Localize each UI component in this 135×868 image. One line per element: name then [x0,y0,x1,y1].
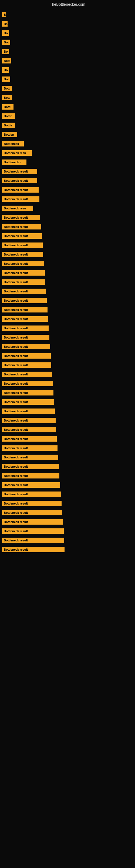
list-item: Bottleneck result [0,195,135,204]
label-badge: Bo [2,67,9,73]
label-badge: Bottleneck result [2,538,64,543]
label-badge: Bottleneck result [2,436,57,442]
label-badge: B [2,12,6,18]
label-badge: Bottleneck result [2,344,50,349]
list-item: Bo [0,66,135,74]
list-item: Bottleneck result [0,176,135,185]
list-item: Bottleneck result [0,361,135,369]
list-item: Bottleneck r [0,158,135,166]
label-badge: Bottleneck result [2,510,62,516]
label-badge: Bottleneck result [2,279,45,285]
label-badge: Bottleneck result [2,372,52,377]
label-badge: Bottleneck result [2,353,51,359]
label-badge: Bottleneck result [2,224,41,229]
list-item: Bottleneck result [0,398,135,406]
list-item: Bottleneck result [0,518,135,526]
list-item: Bottle [0,121,135,130]
label-badge: Bottleneck result [2,326,49,331]
label-badge: Bott [2,86,12,91]
list-item: Bottleneck result [0,389,135,397]
label-badge: Bottleneck result [2,270,45,276]
list-item: Bottleneck result [0,453,135,462]
label-badge: Bottleneck result [2,399,54,405]
list-item: Bottleneck result [0,351,135,360]
label-badge: Bottleneck result [2,196,39,202]
list-item: Bottleneck result [0,462,135,471]
label-badge: Bott [2,95,12,100]
list-item: Bottleneck result [0,379,135,388]
label-badge: Bottleneck result [2,418,56,423]
label-badge: Bottleneck result [2,233,42,239]
list-item: Bottleneck resu [0,204,135,213]
list-item: B4 [0,20,135,28]
label-badge: Bottleneck resu [2,206,33,211]
list-item: Bottleneck result [0,435,135,443]
label-badge: Bottleneck result [2,289,46,294]
list-item: Bottleneck result [0,416,135,425]
list-item: Bottleneck result [0,342,135,351]
list-item: Bottleneck result [0,499,135,508]
list-item: B [0,10,135,19]
label-badge: Bottleneck result [2,464,59,469]
label-badge: Bottleneck result [2,473,59,478]
list-item: Bottleneck result [0,231,135,240]
label-badge: Bottleneck result [2,362,51,368]
label-badge: Bottleneck result [2,307,48,312]
list-item: Bottleneck result [0,287,135,296]
list-item: Bottleneck result [0,278,135,286]
list-item: Bottleneck result [0,186,135,194]
label-badge: Bottleneck result [2,298,47,303]
list-item: Bottleneck result [0,480,135,489]
list-item: Bottleneck result [0,250,135,259]
list-item: Bottleneck result [0,259,135,268]
label-badge: Bo [2,30,9,36]
label-badge: Bottleneck result [2,501,61,506]
label-badge: Bottlen [2,132,17,137]
list-item: Bottleneck result [0,333,135,342]
label-badge: Bottleneck r [2,159,27,165]
list-item: Bottleneck result [0,471,135,480]
label-badge: B4 [2,21,8,27]
label-badge: Bo [2,49,9,54]
list-item: Bottleneck result [0,213,135,222]
label-badge: Bottleneck result [2,178,37,183]
list-item: Bottleneck result [0,167,135,176]
list-item: Bottleneck result [0,305,135,314]
list-item: Bottleneck result [0,508,135,517]
label-badge: Bottle [2,113,15,119]
label-badge: Bottleneck result [2,215,40,220]
label-badge: Bot [2,76,10,82]
label-badge: Bot [2,40,10,45]
list-item: Bot [0,38,135,46]
label-badge: Bottleneck result [2,519,63,525]
label-badge: Bottleneck result [2,261,44,267]
list-item: Bottleneck result [0,324,135,333]
label-badge: Bottleneck result [2,492,61,497]
label-badge: Bottle [2,123,15,128]
label-badge: Bottleneck result [2,316,48,322]
label-badge: Bottleneck result [2,252,43,257]
list-item: Bott [0,56,135,65]
label-badge: Bottleneck result [2,187,39,193]
rows-container: BB4BoBotBoBottBoBotBottBottBottlBottleBo… [0,8,135,557]
list-item: Bottleneck result [0,315,135,323]
label-badge: Bottleneck result [2,427,56,432]
label-badge: Bottleneck result [2,455,58,460]
label-badge: Bottleneck resu [2,150,32,156]
label-badge: Bottleneck result [2,381,53,386]
list-item: Bottleneck result [0,269,135,277]
label-badge: Bottleneck result [2,445,57,451]
label-badge: Bottleneck result [2,243,43,248]
list-item: Bott [0,84,135,93]
list-item: Bottleneck result [0,296,135,305]
list-item: Bottl [0,102,135,111]
label-badge: Bottleneck result [2,390,53,396]
label-badge: Bottleneck result [2,482,60,488]
list-item: Bottleneck result [0,222,135,231]
list-item: Bottleneck result [0,241,135,250]
label-badge: Bottleneck result [2,547,64,552]
list-item: Bot [0,75,135,84]
label-badge: Bottleneck result [2,408,55,414]
list-item: Bottleneck result [0,527,135,535]
list-item: Bottleneck [0,140,135,148]
